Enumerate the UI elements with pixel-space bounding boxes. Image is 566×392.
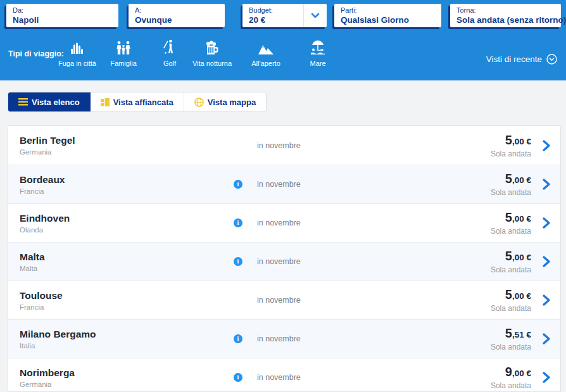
price: 5,00 € xyxy=(491,211,531,225)
chevron-right-icon[interactable] xyxy=(541,139,551,152)
list-view-icon xyxy=(18,98,28,106)
recently-viewed-button[interactable]: Visti di recente xyxy=(486,54,557,65)
city-name: Toulouse xyxy=(20,290,63,301)
destination-label: A: xyxy=(135,6,225,15)
fare-type-label: Sola andata xyxy=(491,188,531,197)
origin-value: Napoli xyxy=(13,15,118,25)
result-row-eindhoven[interactable]: Eindhoven Olanda i in novembre 5,00 € So… xyxy=(8,203,560,242)
price: 5,00 € xyxy=(491,133,531,148)
travel-period: in novembre xyxy=(257,373,301,382)
nightlife-icon xyxy=(204,38,220,56)
fare-block: 5,00 € Sola andata xyxy=(491,211,531,236)
country-name: Italia xyxy=(20,342,96,350)
result-row-berlin-tegel[interactable]: Berlin Tegel Germania i in novembre 5,00… xyxy=(8,126,560,165)
departure-date-field[interactable]: Parti: Qualsiasi Giorno xyxy=(334,4,441,27)
trip-type-family[interactable]: Famiglia xyxy=(98,38,149,73)
fare-block: 9,00 € Sola andata xyxy=(491,365,531,390)
price: 5,00 € xyxy=(491,250,531,264)
fare-type-label: Sola andata xyxy=(491,304,531,313)
trip-type-label: Golf xyxy=(163,60,176,67)
results-list: Berlin Tegel Germania i in novembre 5,00… xyxy=(8,125,561,392)
destination-info: Milano Bergamo Italia xyxy=(20,320,96,358)
info-icon[interactable]: i xyxy=(234,180,242,189)
fare-block: 5,00 € Sola andata xyxy=(491,250,531,274)
chevron-right-icon[interactable] xyxy=(541,217,551,229)
result-row-milano-bergamo[interactable]: Milano Bergamo Italia i in novembre 5,51… xyxy=(8,319,560,358)
travel-period: in novembre xyxy=(257,257,301,266)
tab-side-by-side-view[interactable]: Vista affiancata xyxy=(91,92,184,111)
price: 5,00 € xyxy=(491,172,531,187)
tab-label: Vista mappa xyxy=(208,98,256,107)
tab-label: Vista affiancata xyxy=(113,98,173,107)
origin-field[interactable]: Da: Napoli xyxy=(6,4,118,27)
city-name: Milano Bergamo xyxy=(20,329,96,340)
chevron-right-icon[interactable] xyxy=(541,255,551,268)
trip-type-nightlife[interactable]: Vita notturna xyxy=(187,38,237,73)
trip-type-outdoors[interactable]: All'aperto xyxy=(241,38,291,73)
tab-label: Vista elenco xyxy=(32,98,80,107)
chevron-right-icon[interactable] xyxy=(541,332,551,345)
fare-type-label: Sola andata xyxy=(491,265,531,274)
fare-type-label: Sola andata xyxy=(491,343,531,351)
departure-date-value: Qualsiasi Giorno xyxy=(341,15,441,25)
view-tabs: Vista elenco Vista affiancata Vista mapp… xyxy=(8,92,267,112)
search-header: Da: Napoli A: Ovunque Budget: 20 € Parti… xyxy=(0,0,566,80)
trip-type-label: Famiglia xyxy=(110,60,137,67)
trip-types-row: Tipi di viaggio: Fuga in città xyxy=(0,37,566,76)
destination-info: Berlin Tegel Germania xyxy=(20,126,75,165)
country-name: Germania xyxy=(20,148,75,156)
fare-block: 5,51 € Sola andata xyxy=(491,327,531,351)
destination-info: Toulouse Francia xyxy=(20,281,63,319)
country-name: Francia xyxy=(20,187,65,195)
country-name: Germania xyxy=(20,381,75,388)
map-view-icon xyxy=(194,98,204,107)
destination-info: Norimberga Germania xyxy=(20,358,75,392)
result-row-bordeaux[interactable]: Bordeaux Francia i in novembre 5,00 € So… xyxy=(8,165,560,203)
chevron-right-icon[interactable] xyxy=(541,294,551,307)
city-break-icon xyxy=(69,38,85,56)
country-name: Malta xyxy=(20,265,45,272)
origin-label: Da: xyxy=(13,6,118,15)
trip-type-city-break[interactable]: Fuga in città xyxy=(52,38,103,73)
fare-block: 5,00 € Sola andata xyxy=(491,133,531,158)
trip-type-label: All'aperto xyxy=(251,60,280,67)
trip-type-label: Vita notturna xyxy=(192,60,232,67)
chevron-right-icon[interactable] xyxy=(541,178,551,191)
travel-period: in novembre xyxy=(257,334,301,343)
city-name: Norimberga xyxy=(20,367,75,379)
price: 5,00 € xyxy=(491,288,531,303)
travel-period: in novembre xyxy=(257,296,301,305)
outdoors-icon xyxy=(257,38,275,56)
return-date-label: Torna: xyxy=(456,6,561,15)
golf-icon xyxy=(163,38,176,56)
fare-block: 5,00 € Sola andata xyxy=(491,288,531,313)
return-date-field[interactable]: Torna: Sola andata (senza ritorno) xyxy=(450,4,561,27)
tab-list-view[interactable]: Vista elenco xyxy=(8,92,91,111)
result-row-norimberga[interactable]: Norimberga Germania i in novembre 9,00 €… xyxy=(8,358,560,392)
result-row-toulouse[interactable]: Toulouse Francia i in novembre 5,00 € So… xyxy=(8,281,560,319)
fare-type-label: Sola andata xyxy=(491,149,531,158)
city-name: Malta xyxy=(20,251,45,263)
result-row-malta[interactable]: Malta Malta i in novembre 5,00 € Sola an… xyxy=(8,242,560,281)
family-icon xyxy=(115,38,132,56)
info-icon[interactable]: i xyxy=(234,218,242,227)
budget-field[interactable]: Budget: 20 € xyxy=(242,4,327,27)
trip-type-sea[interactable]: Mare xyxy=(292,38,343,73)
city-name: Berlin Tegel xyxy=(20,135,75,146)
price: 5,51 € xyxy=(491,327,531,341)
side-by-side-view-icon xyxy=(101,98,110,106)
info-icon[interactable]: i xyxy=(234,373,242,382)
destination-info: Malta Malta xyxy=(20,243,45,281)
budget-dropdown-button[interactable] xyxy=(303,4,327,27)
return-date-value: Sola andata (senza ritorno) xyxy=(456,15,561,25)
chevron-right-icon[interactable] xyxy=(541,371,551,384)
info-icon[interactable]: i xyxy=(234,257,242,266)
info-icon[interactable]: i xyxy=(234,334,242,343)
tab-map-view[interactable]: Vista mappa xyxy=(184,92,266,111)
recently-viewed-label: Visti di recente xyxy=(486,54,542,64)
trip-type-label: Mare xyxy=(310,60,325,67)
fare-type-label: Sola andata xyxy=(491,227,531,236)
circled-chevron-down-icon xyxy=(546,54,557,65)
destination-field[interactable]: A: Ovunque xyxy=(129,4,225,27)
city-name: Eindhoven xyxy=(20,213,70,224)
